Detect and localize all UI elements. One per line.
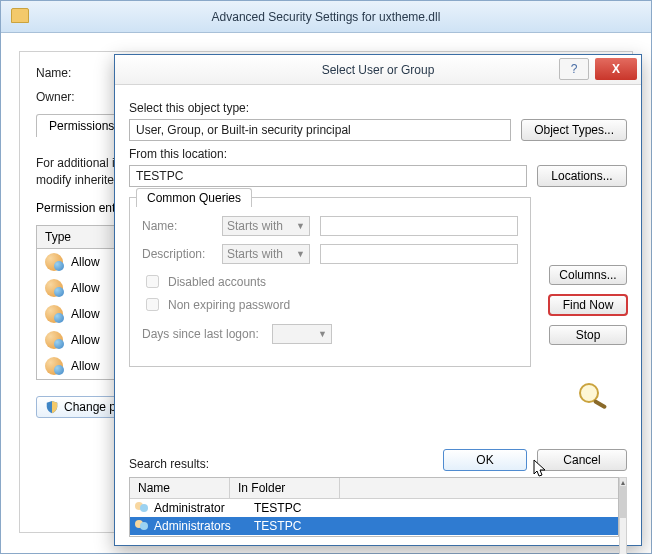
- svg-point-0: [580, 384, 598, 402]
- common-queries-panel: Common Queries Name: Starts with▼ Descri…: [129, 197, 531, 367]
- days-since-combo[interactable]: ▼: [272, 324, 332, 344]
- days-since-label: Days since last logon:: [142, 327, 262, 341]
- desc-mode-combo[interactable]: Starts with▼: [222, 244, 310, 264]
- user-group-icon: [45, 305, 63, 323]
- search-icon: [575, 381, 615, 409]
- search-results-list[interactable]: Name In Folder AdministratorTESTPCAdmini…: [129, 477, 619, 537]
- scroll-up-button[interactable]: ▴: [619, 477, 627, 487]
- name-label: Name:: [36, 66, 106, 80]
- find-now-button[interactable]: Find Now: [549, 295, 627, 315]
- columns-button[interactable]: Columns...: [549, 265, 627, 285]
- location-label: From this location:: [129, 147, 627, 161]
- svg-point-5: [140, 522, 148, 530]
- tab-common-queries[interactable]: Common Queries: [136, 188, 252, 207]
- cq-desc-label: Description:: [142, 247, 212, 261]
- object-type-label: Select this object type:: [129, 101, 627, 115]
- dialog-titlebar: Select User or Group ? X: [115, 55, 641, 85]
- ok-button[interactable]: OK: [443, 449, 527, 471]
- help-button[interactable]: ?: [559, 58, 589, 80]
- chevron-down-icon: ▼: [296, 221, 305, 231]
- owner-label: Owner:: [36, 90, 106, 104]
- bg-titlebar: Advanced Security Settings for uxtheme.d…: [1, 1, 651, 33]
- type-header[interactable]: Type: [45, 230, 125, 244]
- folder-icon: [11, 8, 29, 23]
- user-group-icon: [45, 331, 63, 349]
- result-row[interactable]: ALL APPLICA...: [130, 535, 618, 537]
- non-expiring-checkbox[interactable]: Non expiring password: [142, 295, 518, 314]
- object-types-button[interactable]: Object Types...: [521, 119, 627, 141]
- col-folder[interactable]: In Folder: [230, 478, 340, 498]
- result-row[interactable]: AdministratorsTESTPC: [130, 517, 618, 535]
- result-row[interactable]: AdministratorTESTPC: [130, 499, 618, 517]
- col-name[interactable]: Name: [130, 478, 230, 498]
- user-group-icon: [45, 253, 63, 271]
- chevron-down-icon: ▼: [296, 249, 305, 259]
- chevron-down-icon: ▼: [318, 329, 327, 339]
- cancel-button[interactable]: Cancel: [537, 449, 627, 471]
- shield-icon: [45, 400, 59, 414]
- results-scrollbar[interactable]: [619, 487, 627, 554]
- bg-title: Advanced Security Settings for uxtheme.d…: [212, 10, 441, 24]
- desc-input[interactable]: [320, 244, 518, 264]
- svg-point-3: [140, 504, 148, 512]
- cq-name-label: Name:: [142, 219, 212, 233]
- disabled-accounts-checkbox[interactable]: Disabled accounts: [142, 272, 518, 291]
- principal-icon: [134, 519, 150, 533]
- stop-button[interactable]: Stop: [549, 325, 627, 345]
- locations-button[interactable]: Locations...: [537, 165, 627, 187]
- close-button[interactable]: X: [595, 58, 637, 80]
- svg-rect-1: [593, 399, 607, 409]
- name-input[interactable]: [320, 216, 518, 236]
- name-mode-combo[interactable]: Starts with▼: [222, 216, 310, 236]
- dialog-title: Select User or Group: [322, 63, 435, 77]
- user-group-icon: [45, 279, 63, 297]
- principal-icon: [134, 501, 150, 515]
- select-user-group-dialog: Select User or Group ? X Select this obj…: [114, 54, 642, 546]
- location-field[interactable]: TESTPC: [129, 165, 527, 187]
- user-group-icon: [45, 357, 63, 375]
- object-type-field[interactable]: User, Group, or Built-in security princi…: [129, 119, 511, 141]
- search-results-label: Search results:: [129, 457, 209, 471]
- cursor-icon: [533, 459, 547, 477]
- scrollbar-thumb[interactable]: [620, 488, 626, 518]
